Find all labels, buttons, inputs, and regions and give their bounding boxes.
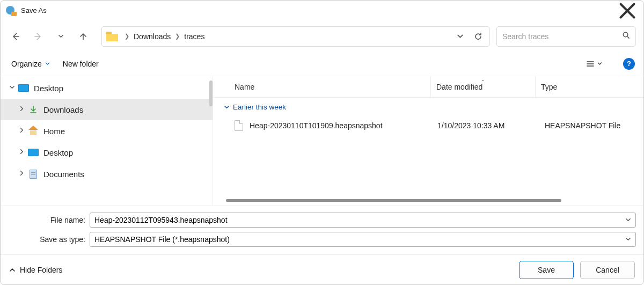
path-dropdown-button[interactable] bbox=[451, 27, 469, 46]
sidebar-item-label: Desktop bbox=[34, 84, 63, 93]
dialog-footer: Hide Folders Save Cancel bbox=[1, 254, 643, 284]
file-name-value: Heap-20230112T095943.heapsnapshot bbox=[94, 216, 228, 224]
path-segment-traces[interactable]: traces bbox=[183, 30, 206, 43]
path-separator-icon: ❯ bbox=[125, 33, 129, 40]
new-folder-label: New folder bbox=[63, 60, 99, 68]
close-icon bbox=[617, 0, 638, 21]
arrow-right-icon bbox=[34, 32, 42, 41]
desktop-icon bbox=[18, 84, 29, 92]
expand-icon[interactable] bbox=[16, 149, 27, 156]
svg-point-0 bbox=[623, 32, 627, 36]
sort-descending-icon: ⌄ bbox=[481, 77, 485, 82]
column-headers: Name ⌄ Date modified Type bbox=[213, 76, 643, 98]
file-type: HEAPSNAPSHOT File bbox=[545, 121, 643, 130]
organize-menu[interactable]: Organize bbox=[11, 60, 50, 68]
window-title: Save As bbox=[21, 6, 617, 14]
hide-folders-label: Hide Folders bbox=[20, 266, 62, 274]
new-folder-button[interactable]: New folder bbox=[63, 60, 99, 68]
sidebar-scrollbar[interactable] bbox=[209, 81, 213, 106]
address-bar[interactable]: ❯ Downloads ❯ traces bbox=[101, 26, 490, 47]
desktop-icon bbox=[28, 149, 39, 156]
navigation-bar: ❯ Downloads ❯ traces bbox=[1, 21, 643, 52]
path-separator-icon: ❯ bbox=[175, 33, 180, 40]
expand-icon[interactable] bbox=[16, 170, 27, 178]
documents-icon bbox=[30, 170, 37, 179]
file-group-label: Earlier this week bbox=[233, 103, 286, 111]
expand-icon[interactable] bbox=[16, 106, 27, 113]
column-header-type[interactable]: Type bbox=[535, 76, 643, 97]
file-list-pane: Name ⌄ Date modified Type Earlier this w… bbox=[213, 76, 643, 206]
file-name: Heap-20230110T101909.heapsnapshot bbox=[250, 121, 437, 130]
recent-locations-button[interactable] bbox=[51, 27, 70, 46]
save-as-dialog: Save As ❯ Downloads ❯ traces bbox=[0, 0, 644, 285]
chevron-up-icon bbox=[9, 267, 16, 273]
expand-icon[interactable] bbox=[16, 127, 27, 135]
refresh-button[interactable] bbox=[469, 27, 487, 46]
forward-button[interactable] bbox=[28, 27, 48, 46]
up-button[interactable] bbox=[74, 27, 93, 46]
help-button[interactable]: ? bbox=[623, 58, 635, 70]
sidebar-item-downloads[interactable]: Downloads bbox=[1, 99, 213, 120]
arrow-up-icon bbox=[79, 32, 87, 41]
navigation-pane: Desktop Downloads Home bbox=[1, 76, 213, 206]
chevron-down-icon bbox=[625, 236, 631, 243]
search-input[interactable] bbox=[502, 32, 622, 41]
save-button[interactable]: Save bbox=[519, 261, 574, 279]
list-view-icon bbox=[586, 60, 595, 68]
save-as-type-combobox[interactable]: HEAPSNAPSHOT File (*.heapsnapshot) bbox=[90, 232, 636, 247]
file-group-header[interactable]: Earlier this week bbox=[213, 98, 643, 116]
titlebar: Save As bbox=[1, 1, 643, 21]
chevron-down-icon bbox=[224, 104, 230, 110]
file-icon bbox=[235, 120, 243, 131]
chevron-down-icon bbox=[597, 61, 602, 66]
sidebar-item-label: Documents bbox=[43, 170, 84, 179]
file-name-combobox[interactable]: Heap-20230112T095943.heapsnapshot bbox=[90, 213, 636, 228]
app-icon bbox=[6, 6, 16, 16]
arrow-left-icon bbox=[11, 32, 20, 41]
chevron-down-icon bbox=[457, 33, 464, 40]
save-as-type-value: HEAPSNAPSHOT File (*.heapsnapshot) bbox=[94, 235, 230, 244]
sidebar-item-desktop[interactable]: Desktop bbox=[1, 142, 213, 163]
save-as-type-label: Save as type: bbox=[8, 235, 90, 244]
search-box[interactable] bbox=[496, 26, 636, 47]
file-name-label: File name: bbox=[8, 216, 90, 224]
file-row[interactable]: Heap-20230110T101909.heapsnapshot 1/10/2… bbox=[213, 116, 643, 135]
back-button[interactable] bbox=[6, 27, 25, 46]
horizontal-scrollbar[interactable] bbox=[226, 198, 635, 203]
download-icon bbox=[27, 105, 39, 114]
sidebar-item-label: Downloads bbox=[43, 105, 83, 114]
sidebar-item-documents[interactable]: Documents bbox=[1, 163, 213, 185]
cancel-button[interactable]: Cancel bbox=[580, 261, 635, 279]
column-header-date[interactable]: ⌄ Date modified bbox=[430, 76, 535, 97]
chevron-down-icon bbox=[625, 217, 631, 224]
refresh-icon bbox=[474, 32, 482, 41]
organize-label: Organize bbox=[11, 60, 42, 68]
sidebar-item-label: Home bbox=[43, 127, 65, 136]
view-options-button[interactable] bbox=[584, 56, 604, 72]
chevron-down-icon bbox=[45, 61, 50, 66]
command-bar: Organize New folder ? bbox=[1, 52, 643, 76]
path-segment-downloads[interactable]: Downloads bbox=[133, 30, 172, 43]
hide-folders-button[interactable]: Hide Folders bbox=[9, 266, 62, 274]
file-date: 1/10/2023 10:33 AM bbox=[437, 121, 545, 130]
column-header-name[interactable]: Name bbox=[235, 83, 430, 91]
close-button[interactable] bbox=[617, 3, 638, 19]
collapse-icon[interactable] bbox=[6, 84, 18, 92]
search-icon bbox=[622, 31, 630, 41]
body-area: Desktop Downloads Home bbox=[1, 76, 643, 206]
sidebar-item-home[interactable]: Home bbox=[1, 120, 213, 142]
chevron-down-icon bbox=[58, 33, 64, 39]
save-form: File name: Heap-20230112T095943.heapsnap… bbox=[1, 206, 643, 254]
folder-icon bbox=[106, 32, 118, 41]
home-icon bbox=[28, 127, 38, 135]
sidebar-item-desktop-root[interactable]: Desktop bbox=[1, 77, 213, 99]
sidebar-item-label: Desktop bbox=[43, 148, 73, 157]
